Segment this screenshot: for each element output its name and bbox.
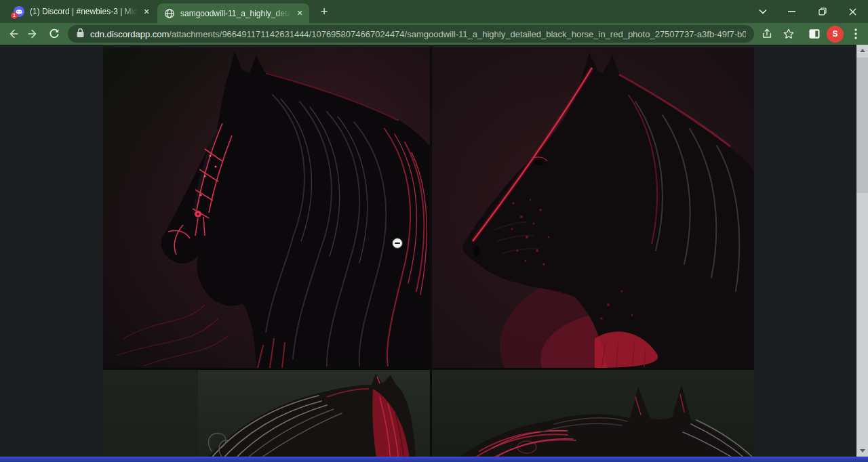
back-button[interactable] [4,24,23,43]
notification-badge: 1 [11,12,18,19]
image-panel-top-right [432,47,754,368]
tab-search-chevron-icon[interactable] [749,0,776,23]
url-text: cdn.discordapp.com/attachments/966491171… [90,29,746,39]
ssl-padlock-icon[interactable] [76,28,85,41]
tab-bar: 1 (1) Discord | #newbies-3 | Midjou ✕ sa… [0,0,868,23]
forward-button[interactable] [23,24,42,43]
toolbar-actions: S [757,24,865,43]
side-panel-icon[interactable] [805,24,824,43]
discord-favicon-icon: 1 [14,6,24,17]
minimize-button[interactable] [776,0,807,23]
page-content [0,45,868,462]
window-controls [749,0,868,23]
image-panel-bottom-right [432,370,754,462]
vertical-scrollbar[interactable] [856,45,868,457]
close-window-button[interactable] [837,0,868,23]
restore-button[interactable] [807,0,837,23]
tab-image-active[interactable]: samgoodwill-11_a_highly_detaile ✕ [157,3,309,23]
tab-close-button[interactable]: ✕ [294,8,305,19]
new-tab-button[interactable]: + [316,4,332,20]
bookmark-star-icon[interactable] [779,24,798,43]
tab-title: (1) Discord | #newbies-3 | Midjou [30,7,141,16]
browser-menu-dots-icon[interactable] [846,24,865,43]
address-bar[interactable]: cdn.discordapp.com/attachments/966491171… [68,25,754,43]
url-path: /attachments/966491171142631444/10769580… [169,29,746,39]
tab-discord[interactable]: 1 (1) Discord | #newbies-3 | Midjou ✕ [5,0,156,23]
taskbar-edge [0,457,868,462]
scroll-up-arrow-icon[interactable] [856,45,868,56]
tab-close-button[interactable]: ✕ [141,6,152,17]
image-panel-top-left [103,47,430,368]
image-panel-bottom-left [103,370,430,462]
scrollbar-thumb[interactable] [856,58,868,193]
share-icon[interactable] [757,24,776,43]
browser-window: 1 (1) Discord | #newbies-3 | Midjou ✕ sa… [0,0,868,462]
tab-title: samgoodwill-11_a_highly_detaile [180,9,294,18]
url-domain: cdn.discordapp.com [90,29,169,39]
profile-avatar[interactable]: S [827,26,844,43]
reload-button[interactable] [45,24,64,43]
navigation-toolbar: cdn.discordapp.com/attachments/966491171… [0,23,868,45]
globe-favicon-icon [164,8,175,19]
scroll-down-arrow-icon[interactable] [856,445,868,457]
horse-image-grid[interactable] [103,47,754,462]
